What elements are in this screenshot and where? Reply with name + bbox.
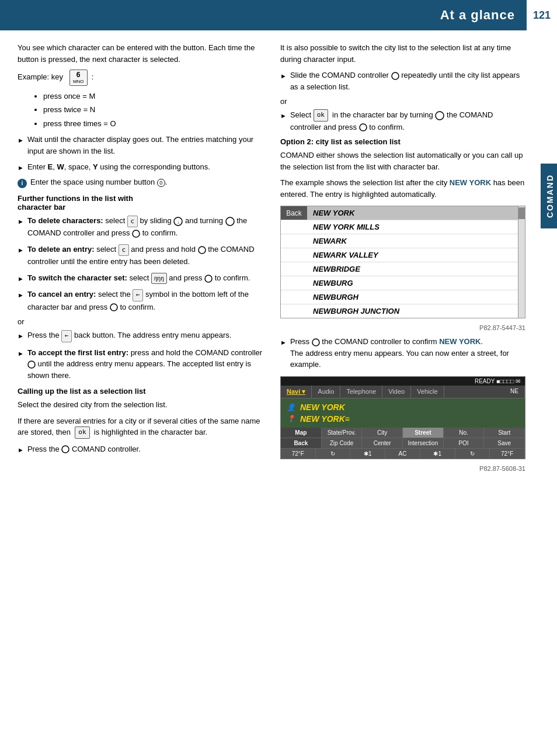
list-row-2: NEWARK [281,234,518,248]
nav-cell-sym4[interactable]: ↻ [455,449,490,459]
svg-point-5 [205,275,212,282]
nav-cell-no[interactable]: No. [444,428,485,438]
nav-menu-audio[interactable]: Audio [312,386,340,398]
confirm-icon-1 [132,230,140,238]
nav-cell-temp1: 72°F [281,449,316,459]
option2-heading: Option 2: city list as selection list [280,137,525,146]
nav-city-row-1: 👤 NEW YORK [287,403,350,412]
arrow-icon-3: ► [18,217,24,227]
right-arrow-confirm: ► Press the COMAND controller to confirm… [280,336,525,370]
confirm-icon-r1 [359,123,367,131]
list-item-0: NEW YORK [307,206,518,220]
confirm-icon-4 [110,303,118,311]
intro-para1: You see which character can be entered w… [18,42,263,65]
key-6-icon: 6 MNO [69,70,88,86]
intro-example: Example: key 6 MNO : [18,70,263,86]
arrow-press-controller: ► Press the COMAND controller. [18,443,263,455]
option2-para2: The example shows the selection list aft… [280,177,525,200]
list-row-1: NEW YORK MILLS [281,220,518,234]
nav-row-2: Back Zip Code Center Intersection POI Sa… [281,438,525,449]
list-row-6: NEWBURGH [281,290,518,304]
svg-point-9 [392,72,399,79]
arrow-delete-chars: ► To delete characters: select c by slid… [18,215,263,239]
list-row-3: NEWARK VALLEY [281,248,518,262]
nav-cell-save[interactable]: Save [484,438,525,448]
main-content: You see which character can be entered w… [0,30,557,488]
nav-bottom-rows: Map State/Prov. City Street No. Start Ba… [281,428,525,459]
option2-para1: COMAND either shows the selection list a… [280,150,525,172]
nav-cell-city[interactable]: City [362,428,403,438]
nav-row-1: Map State/Prov. City Street No. Start [281,428,525,438]
list-back-cell: Back [281,206,307,220]
nav-cell-sym1[interactable]: ↻ [316,449,351,459]
arrow-icon-8: ► [18,349,24,359]
nav-top-bar: READY ■□□□□ ✉ [281,377,525,386]
scrollbar-thumb [518,207,525,219]
arrow-press-back: ► Press the ← back button. The address e… [18,330,263,342]
nav-menu-bar: Navi ▾ Audio Telephone Video Vehicle NE [281,386,525,398]
arrow-icon-7: ► [18,331,24,341]
nav-cell-street[interactable]: Street [403,428,444,438]
list-item-4: NEWBRIDGE [307,262,518,276]
nav-menu-vehicle[interactable]: Vehicle [411,386,444,398]
nav-cell-start[interactable]: Start [484,428,525,438]
nav-city-row-2: 📍 NEW YORK≡ [287,414,350,424]
charset-icon: ŋŋŋ [151,273,167,284]
nav-menu-video[interactable]: Video [382,386,411,398]
nav-cell-ac[interactable]: AC [385,449,420,459]
page-number: 121 [527,0,557,30]
selection-list: Back NEW YORK NEW YORK MILLS NEWARK NEWA… [280,206,525,318]
side-tab-comand: COMAND [541,164,557,228]
arrow-accept-entry: ► To accept the first list entry: press … [18,347,263,382]
svg-point-12 [312,339,319,346]
arrow-icon-6: ► [18,290,24,300]
nav-menu-telephone[interactable]: Telephone [340,386,382,398]
nav-cell-sym2[interactable]: ✱1 [350,449,385,459]
arrow-cancel-entry: ► To cancel an entry: select the ← symbo… [18,289,263,313]
svg-text:↓: ↓ [177,219,179,224]
arrow-icon-r3: ► [280,338,287,348]
right-arrow-1: ► Slide the COMAND controller repeatedly… [280,70,525,92]
info-icon: i [18,179,27,188]
kbd-back: ← [133,289,143,301]
nav-cell-back[interactable]: Back [281,438,322,448]
confirm-icon-r2 [312,338,320,346]
nav-cell-zip[interactable]: Zip Code [322,438,363,448]
or-text-1: or [18,317,263,326]
scrollbar[interactable] [518,206,525,318]
svg-point-7 [28,361,35,368]
nav-cell-center[interactable]: Center [362,438,403,448]
nav-city-1: NEW YORK [300,403,345,412]
page-title: At a glance [440,8,515,23]
controller-turn-icon [225,217,235,226]
highlight-new-york-1: NEW YORK [450,178,491,187]
nav-cell-poi[interactable]: POI [444,438,485,448]
section2-para1: Select the desired city from the selecti… [18,399,263,411]
nav-cell-state[interactable]: State/Prov. [322,428,363,438]
arrow-icon-2: ► [18,163,24,173]
list-row-7: NEWBURGH JUNCTION [281,304,518,318]
or-text-r: or [280,97,525,106]
arrow-icon-4: ► [18,245,24,255]
svg-point-8 [62,446,69,453]
list-item-3: NEWARK VALLEY [307,248,518,262]
nav-menu-navi[interactable]: Navi ▾ [281,386,312,398]
section2-para2: If there are several entries for a city … [18,415,263,439]
info-box-1: i Enter the space using number button 0. [18,178,263,188]
list-row-0: Back NEW YORK [281,206,518,220]
confirm-icon-2 [198,246,206,254]
nav-cell-map[interactable]: Map [281,428,322,438]
ctrl-turn-icon-r [435,111,444,120]
fig2-caption: P82.87-5608-31 [280,465,525,472]
confirm-icon-6 [61,445,69,453]
highlight-new-york-2: NEW YORK [439,337,481,346]
right-intro: It is also possible to switch the city l… [280,42,525,65]
nav-row-3: 72°F ↻ ✱1 AC ✱1 ↻ 72°F [281,449,525,459]
list-item-5: NEWBURG [307,276,518,290]
right-column: It is also possible to switch the city l… [280,42,525,477]
nav-cell-intersection[interactable]: Intersection [403,438,444,448]
list-row-4: NEWBRIDGE [281,262,518,276]
nav-cell-sym3[interactable]: ✱1 [420,449,455,459]
ok-btn-inline2: ok [314,109,328,122]
section1-heading: Further functions in the list withcharac… [18,194,263,211]
